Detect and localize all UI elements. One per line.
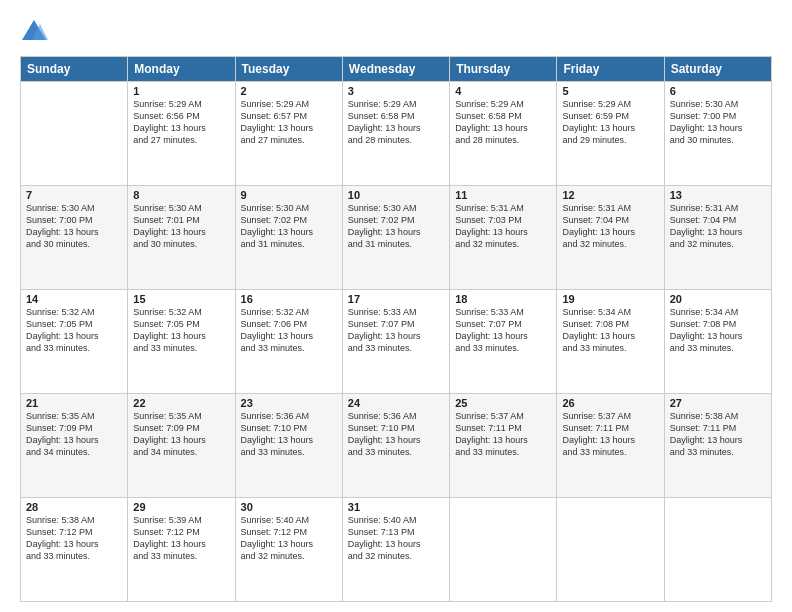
weekday-header-friday: Friday xyxy=(557,57,664,82)
day-number: 27 xyxy=(670,397,766,409)
weekday-header-wednesday: Wednesday xyxy=(342,57,449,82)
calendar-cell: 26Sunrise: 5:37 AM Sunset: 7:11 PM Dayli… xyxy=(557,394,664,498)
header xyxy=(20,18,772,46)
day-info: Sunrise: 5:29 AM Sunset: 6:56 PM Dayligh… xyxy=(133,98,229,147)
day-info: Sunrise: 5:35 AM Sunset: 7:09 PM Dayligh… xyxy=(26,410,122,459)
calendar-cell: 21Sunrise: 5:35 AM Sunset: 7:09 PM Dayli… xyxy=(21,394,128,498)
day-info: Sunrise: 5:38 AM Sunset: 7:11 PM Dayligh… xyxy=(670,410,766,459)
weekday-header-tuesday: Tuesday xyxy=(235,57,342,82)
day-info: Sunrise: 5:30 AM Sunset: 7:00 PM Dayligh… xyxy=(26,202,122,251)
calendar-cell: 3Sunrise: 5:29 AM Sunset: 6:58 PM Daylig… xyxy=(342,82,449,186)
day-info: Sunrise: 5:30 AM Sunset: 7:02 PM Dayligh… xyxy=(348,202,444,251)
calendar-cell: 28Sunrise: 5:38 AM Sunset: 7:12 PM Dayli… xyxy=(21,498,128,602)
calendar-cell: 15Sunrise: 5:32 AM Sunset: 7:05 PM Dayli… xyxy=(128,290,235,394)
day-info: Sunrise: 5:37 AM Sunset: 7:11 PM Dayligh… xyxy=(562,410,658,459)
day-info: Sunrise: 5:30 AM Sunset: 7:02 PM Dayligh… xyxy=(241,202,337,251)
day-info: Sunrise: 5:38 AM Sunset: 7:12 PM Dayligh… xyxy=(26,514,122,563)
calendar-cell: 10Sunrise: 5:30 AM Sunset: 7:02 PM Dayli… xyxy=(342,186,449,290)
calendar-cell xyxy=(21,82,128,186)
day-number: 12 xyxy=(562,189,658,201)
week-row-3: 14Sunrise: 5:32 AM Sunset: 7:05 PM Dayli… xyxy=(21,290,772,394)
calendar-cell xyxy=(450,498,557,602)
day-info: Sunrise: 5:33 AM Sunset: 7:07 PM Dayligh… xyxy=(348,306,444,355)
calendar-cell: 17Sunrise: 5:33 AM Sunset: 7:07 PM Dayli… xyxy=(342,290,449,394)
day-number: 19 xyxy=(562,293,658,305)
calendar-cell: 13Sunrise: 5:31 AM Sunset: 7:04 PM Dayli… xyxy=(664,186,771,290)
day-info: Sunrise: 5:36 AM Sunset: 7:10 PM Dayligh… xyxy=(241,410,337,459)
day-number: 5 xyxy=(562,85,658,97)
day-info: Sunrise: 5:34 AM Sunset: 7:08 PM Dayligh… xyxy=(670,306,766,355)
day-info: Sunrise: 5:32 AM Sunset: 7:05 PM Dayligh… xyxy=(26,306,122,355)
week-row-5: 28Sunrise: 5:38 AM Sunset: 7:12 PM Dayli… xyxy=(21,498,772,602)
day-info: Sunrise: 5:31 AM Sunset: 7:04 PM Dayligh… xyxy=(562,202,658,251)
day-number: 13 xyxy=(670,189,766,201)
calendar-cell xyxy=(557,498,664,602)
calendar-cell: 29Sunrise: 5:39 AM Sunset: 7:12 PM Dayli… xyxy=(128,498,235,602)
day-number: 17 xyxy=(348,293,444,305)
day-info: Sunrise: 5:40 AM Sunset: 7:12 PM Dayligh… xyxy=(241,514,337,563)
calendar-cell: 5Sunrise: 5:29 AM Sunset: 6:59 PM Daylig… xyxy=(557,82,664,186)
day-info: Sunrise: 5:40 AM Sunset: 7:13 PM Dayligh… xyxy=(348,514,444,563)
logo-icon xyxy=(20,18,48,46)
calendar-cell: 30Sunrise: 5:40 AM Sunset: 7:12 PM Dayli… xyxy=(235,498,342,602)
day-info: Sunrise: 5:39 AM Sunset: 7:12 PM Dayligh… xyxy=(133,514,229,563)
day-info: Sunrise: 5:33 AM Sunset: 7:07 PM Dayligh… xyxy=(455,306,551,355)
calendar-cell: 9Sunrise: 5:30 AM Sunset: 7:02 PM Daylig… xyxy=(235,186,342,290)
day-number: 24 xyxy=(348,397,444,409)
day-number: 2 xyxy=(241,85,337,97)
calendar-cell: 24Sunrise: 5:36 AM Sunset: 7:10 PM Dayli… xyxy=(342,394,449,498)
day-number: 8 xyxy=(133,189,229,201)
day-number: 26 xyxy=(562,397,658,409)
day-number: 22 xyxy=(133,397,229,409)
day-info: Sunrise: 5:31 AM Sunset: 7:04 PM Dayligh… xyxy=(670,202,766,251)
day-info: Sunrise: 5:29 AM Sunset: 6:57 PM Dayligh… xyxy=(241,98,337,147)
day-number: 1 xyxy=(133,85,229,97)
calendar-cell: 27Sunrise: 5:38 AM Sunset: 7:11 PM Dayli… xyxy=(664,394,771,498)
weekday-header-thursday: Thursday xyxy=(450,57,557,82)
week-row-1: 1Sunrise: 5:29 AM Sunset: 6:56 PM Daylig… xyxy=(21,82,772,186)
calendar-cell: 25Sunrise: 5:37 AM Sunset: 7:11 PM Dayli… xyxy=(450,394,557,498)
day-number: 30 xyxy=(241,501,337,513)
weekday-header-saturday: Saturday xyxy=(664,57,771,82)
calendar-cell: 11Sunrise: 5:31 AM Sunset: 7:03 PM Dayli… xyxy=(450,186,557,290)
calendar-cell: 20Sunrise: 5:34 AM Sunset: 7:08 PM Dayli… xyxy=(664,290,771,394)
day-info: Sunrise: 5:37 AM Sunset: 7:11 PM Dayligh… xyxy=(455,410,551,459)
day-number: 18 xyxy=(455,293,551,305)
day-number: 31 xyxy=(348,501,444,513)
day-info: Sunrise: 5:31 AM Sunset: 7:03 PM Dayligh… xyxy=(455,202,551,251)
day-number: 11 xyxy=(455,189,551,201)
weekday-header-monday: Monday xyxy=(128,57,235,82)
calendar-cell: 2Sunrise: 5:29 AM Sunset: 6:57 PM Daylig… xyxy=(235,82,342,186)
day-info: Sunrise: 5:29 AM Sunset: 6:58 PM Dayligh… xyxy=(455,98,551,147)
day-number: 9 xyxy=(241,189,337,201)
day-number: 3 xyxy=(348,85,444,97)
calendar-cell: 31Sunrise: 5:40 AM Sunset: 7:13 PM Dayli… xyxy=(342,498,449,602)
day-info: Sunrise: 5:29 AM Sunset: 6:59 PM Dayligh… xyxy=(562,98,658,147)
day-number: 7 xyxy=(26,189,122,201)
week-row-2: 7Sunrise: 5:30 AM Sunset: 7:00 PM Daylig… xyxy=(21,186,772,290)
calendar: SundayMondayTuesdayWednesdayThursdayFrid… xyxy=(20,56,772,602)
day-info: Sunrise: 5:34 AM Sunset: 7:08 PM Dayligh… xyxy=(562,306,658,355)
day-number: 6 xyxy=(670,85,766,97)
calendar-cell: 4Sunrise: 5:29 AM Sunset: 6:58 PM Daylig… xyxy=(450,82,557,186)
day-number: 28 xyxy=(26,501,122,513)
calendar-cell: 23Sunrise: 5:36 AM Sunset: 7:10 PM Dayli… xyxy=(235,394,342,498)
calendar-cell: 7Sunrise: 5:30 AM Sunset: 7:00 PM Daylig… xyxy=(21,186,128,290)
day-number: 16 xyxy=(241,293,337,305)
day-number: 21 xyxy=(26,397,122,409)
calendar-cell: 16Sunrise: 5:32 AM Sunset: 7:06 PM Dayli… xyxy=(235,290,342,394)
day-info: Sunrise: 5:30 AM Sunset: 7:00 PM Dayligh… xyxy=(670,98,766,147)
day-number: 29 xyxy=(133,501,229,513)
day-number: 10 xyxy=(348,189,444,201)
calendar-cell: 6Sunrise: 5:30 AM Sunset: 7:00 PM Daylig… xyxy=(664,82,771,186)
week-row-4: 21Sunrise: 5:35 AM Sunset: 7:09 PM Dayli… xyxy=(21,394,772,498)
calendar-cell: 22Sunrise: 5:35 AM Sunset: 7:09 PM Dayli… xyxy=(128,394,235,498)
calendar-cell: 8Sunrise: 5:30 AM Sunset: 7:01 PM Daylig… xyxy=(128,186,235,290)
logo xyxy=(20,18,52,46)
day-info: Sunrise: 5:32 AM Sunset: 7:05 PM Dayligh… xyxy=(133,306,229,355)
calendar-cell: 19Sunrise: 5:34 AM Sunset: 7:08 PM Dayli… xyxy=(557,290,664,394)
calendar-cell: 1Sunrise: 5:29 AM Sunset: 6:56 PM Daylig… xyxy=(128,82,235,186)
day-info: Sunrise: 5:36 AM Sunset: 7:10 PM Dayligh… xyxy=(348,410,444,459)
calendar-cell xyxy=(664,498,771,602)
day-info: Sunrise: 5:30 AM Sunset: 7:01 PM Dayligh… xyxy=(133,202,229,251)
